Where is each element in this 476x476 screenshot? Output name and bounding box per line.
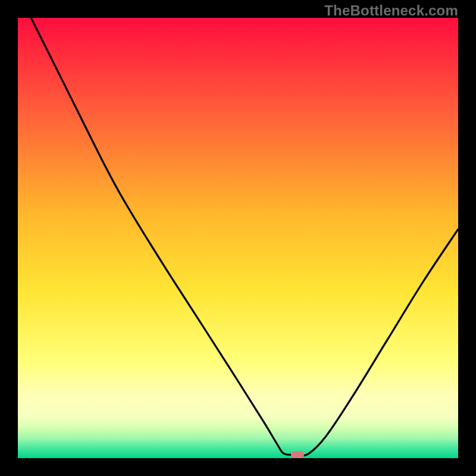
chart-frame: TheBottleneck.com bbox=[0, 0, 476, 476]
watermark-text: TheBottleneck.com bbox=[324, 2, 458, 19]
gradient-background bbox=[18, 18, 458, 458]
chart-svg bbox=[18, 18, 458, 458]
optimal-marker bbox=[291, 452, 304, 458]
plot-area bbox=[18, 18, 458, 458]
